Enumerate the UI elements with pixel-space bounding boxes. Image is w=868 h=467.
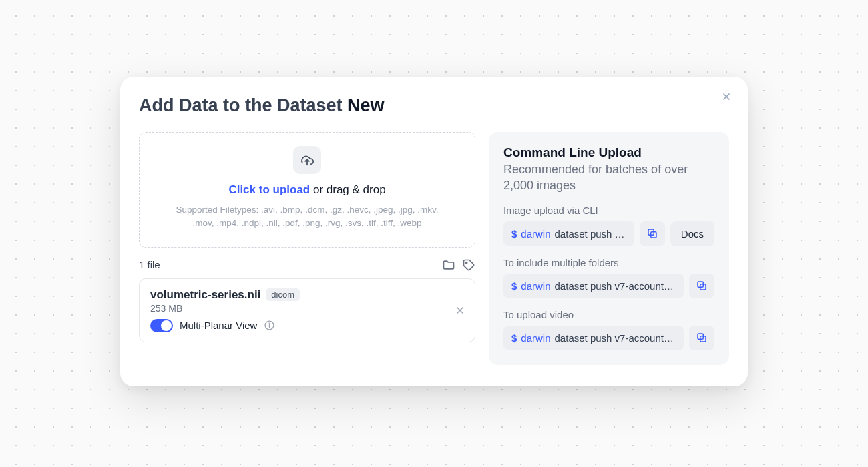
supported-filetypes: Supported Filetypes: .avi, .bmp, .dcm, .… bbox=[166, 203, 448, 231]
docs-button[interactable]: Docs bbox=[670, 221, 714, 246]
close-icon bbox=[721, 91, 732, 102]
close-button[interactable] bbox=[718, 89, 734, 105]
modal-title: Add Data to the Dataset New bbox=[139, 95, 729, 116]
cli-section-label: To include multiple folders bbox=[503, 257, 714, 268]
drag-drop-label: or drag & drop bbox=[310, 183, 385, 196]
cli-binary: darwin bbox=[521, 280, 550, 292]
cli-command[interactable]: $ darwin dataset push v7-account/n… bbox=[503, 326, 684, 350]
upload-icon-container bbox=[293, 146, 321, 174]
dataset-name: New bbox=[347, 95, 385, 115]
cli-section-label: Image upload via CLI bbox=[503, 205, 714, 216]
cli-panel: Command Line Upload Recommended for batc… bbox=[489, 132, 729, 365]
file-type-badge: dicom bbox=[266, 288, 300, 301]
multi-planar-view-label: Multi-Planar View bbox=[180, 320, 257, 331]
cli-args: dataset push v… bbox=[555, 228, 626, 240]
cli-args: dataset push v7-account/n… bbox=[555, 332, 676, 344]
info-icon bbox=[264, 320, 275, 331]
close-icon bbox=[455, 305, 465, 316]
cli-subtitle: Recommended for batches of over 2,000 im… bbox=[503, 161, 714, 194]
svg-point-6 bbox=[270, 323, 270, 324]
tag-icon bbox=[462, 258, 475, 272]
remove-file-button[interactable] bbox=[455, 305, 465, 316]
tag-button[interactable] bbox=[462, 258, 475, 272]
svg-point-3 bbox=[466, 262, 467, 263]
cli-prompt: $ bbox=[511, 228, 517, 240]
folder-icon bbox=[442, 258, 455, 272]
cli-args: dataset push v7-account/n… bbox=[555, 280, 676, 292]
file-size: 253 MB bbox=[150, 303, 464, 314]
cli-binary: darwin bbox=[521, 332, 550, 344]
cli-prompt: $ bbox=[511, 280, 517, 292]
cli-title: Command Line Upload bbox=[503, 145, 714, 160]
modal-title-prefix: Add Data to the Dataset bbox=[139, 95, 347, 115]
file-name: volumetric-series.nii bbox=[150, 288, 260, 302]
copy-command-button[interactable] bbox=[640, 221, 665, 246]
copy-command-button[interactable] bbox=[689, 274, 714, 298]
cli-prompt: $ bbox=[511, 332, 517, 344]
cli-binary: darwin bbox=[521, 228, 550, 240]
multi-planar-view-toggle[interactable] bbox=[150, 319, 173, 332]
cloud-upload-icon bbox=[300, 153, 314, 167]
file-count: 1 file bbox=[139, 259, 160, 270]
cli-command[interactable]: $ darwin dataset push v… bbox=[503, 221, 634, 246]
copy-icon bbox=[696, 332, 708, 344]
cli-command[interactable]: $ darwin dataset push v7-account/n… bbox=[503, 274, 684, 298]
click-to-upload-link[interactable]: Click to upload bbox=[228, 183, 310, 196]
cli-section-label: To upload video bbox=[503, 309, 714, 320]
copy-icon bbox=[646, 227, 658, 240]
add-data-modal: Add Data to the Dataset New Click to upl… bbox=[120, 77, 748, 386]
copy-command-button[interactable] bbox=[689, 326, 714, 350]
folder-button[interactable] bbox=[442, 258, 455, 272]
copy-icon bbox=[696, 280, 708, 292]
upload-dropzone[interactable]: Click to upload or drag & drop Supported… bbox=[139, 132, 475, 248]
info-button[interactable] bbox=[264, 320, 275, 331]
file-card: volumetric-series.nii dicom 253 MB Multi… bbox=[139, 278, 475, 342]
upload-instruction: Click to upload or drag & drop bbox=[166, 183, 448, 197]
